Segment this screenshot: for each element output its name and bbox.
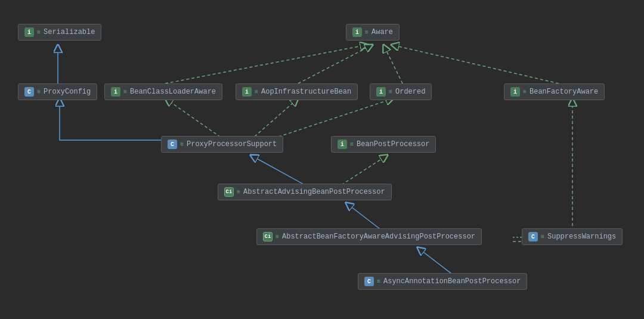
label-beanfactoryaware: BeanFactoryAware <box>530 88 598 96</box>
node-aopinfrastructurebean[interactable]: i ≡ AopInfrastructureBean <box>236 83 358 100</box>
label-beanpostprocessor: BeanPostProcessor <box>357 140 429 148</box>
svg-line-10 <box>250 98 298 140</box>
label-beanclassloaderaware: BeanClassLoaderAware <box>130 88 216 96</box>
badge-proxyprocessorsupport: C <box>168 140 177 149</box>
svg-line-6 <box>298 45 373 83</box>
badge-beanfactoryaware: i <box>510 87 520 97</box>
badge-beanclassloaderaware: i <box>111 87 120 97</box>
label-ordered: Ordered <box>395 88 425 96</box>
node-beanpostprocessor[interactable]: i ≡ BeanPostProcessor <box>331 136 436 153</box>
node-suppresswarnings[interactable]: C ≡ SuppressWarnings <box>522 228 623 245</box>
arrows-svg <box>0 0 644 319</box>
badge-suppresswarnings: C <box>528 232 538 241</box>
label-asyncannotationbeanpostprocessor: AsyncAnnotationBeanPostProcessor <box>383 277 521 286</box>
node-abstractadvisingbeanpostprocessor[interactable]: Ci ≡ AbstractAdvisingBeanPostProcessor <box>218 184 392 200</box>
svg-line-7 <box>383 45 402 83</box>
label-suppresswarnings: SuppressWarnings <box>547 233 616 241</box>
node-asyncannotationbeanpostprocessor[interactable]: C ≡ AsyncAnnotationBeanPostProcessor <box>358 273 527 290</box>
node-beanfactoryaware[interactable]: i ≡ BeanFactoryAware <box>504 83 605 100</box>
svg-line-13 <box>337 155 388 188</box>
badge-abstractbeanfactoryawareadvisingpostprocessor: Ci <box>263 232 273 241</box>
badge-aopinfrastructurebean: i <box>242 87 252 97</box>
badge-asyncannotationbeanpostprocessor: C <box>364 277 374 286</box>
label-abstractbeanfactoryawareadvisingpostprocessor: AbstractBeanFactoryAwareAdvisingPostProc… <box>282 233 475 241</box>
diagram-container: i ≡ Serializable i ≡ Aware C ≡ ProxyConf… <box>0 0 644 319</box>
badge-aware: i <box>352 27 362 37</box>
label-serializable: Serializable <box>44 28 95 36</box>
svg-line-11 <box>268 98 394 140</box>
svg-line-9 <box>165 98 225 140</box>
label-aopinfrastructurebean: AopInfrastructureBean <box>261 88 351 96</box>
svg-line-5 <box>165 45 368 83</box>
label-proxyconfig: ProxyConfig <box>44 88 91 96</box>
badge-proxyconfig: C <box>24 87 34 97</box>
badge-abstractadvisingbeanpostprocessor: Ci <box>224 187 234 197</box>
label-aware: Aware <box>371 28 393 36</box>
node-serializable[interactable]: i ≡ Serializable <box>18 24 101 41</box>
badge-serializable: i <box>24 27 34 37</box>
svg-line-12 <box>250 155 310 188</box>
node-ordered[interactable]: i ≡ Ordered <box>370 83 432 100</box>
svg-line-8 <box>391 45 559 83</box>
label-proxyprocessorsupport: ProxyProcessorSupport <box>187 140 277 148</box>
node-proxyconfig[interactable]: C ≡ ProxyConfig <box>18 83 97 100</box>
node-proxyprocessorsupport[interactable]: C ≡ ProxyProcessorSupport <box>161 136 283 153</box>
badge-ordered: i <box>376 87 386 97</box>
label-abstractadvisingbeanpostprocessor: AbstractAdvisingBeanPostProcessor <box>243 188 385 196</box>
node-beanclassloaderaware[interactable]: i ≡ BeanClassLoaderAware <box>104 83 222 100</box>
node-abstractbeanfactoryawareadvisingpostprocessor[interactable]: Ci ≡ AbstractBeanFactoryAwareAdvisingPos… <box>256 228 482 245</box>
badge-beanpostprocessor: i <box>338 140 347 149</box>
node-aware[interactable]: i ≡ Aware <box>346 24 400 41</box>
